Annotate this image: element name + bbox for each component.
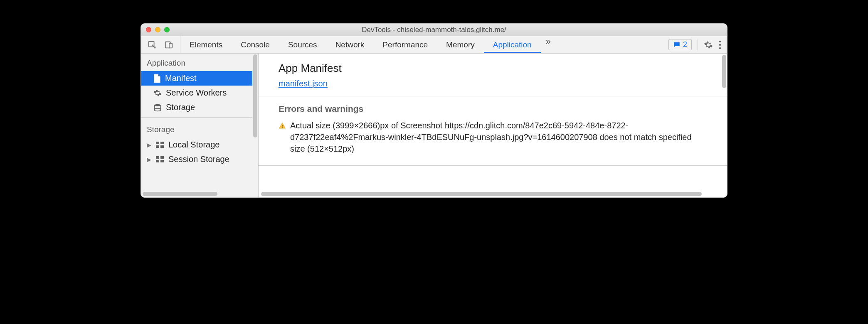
tab-application[interactable]: Application	[484, 36, 541, 53]
tab-network[interactable]: Network	[326, 36, 374, 53]
manifest-header: App Manifest manifest.json	[259, 54, 727, 96]
divider	[259, 165, 727, 166]
svg-rect-12	[160, 156, 164, 159]
manifest-panel: App Manifest manifest.json Errors and wa…	[259, 54, 727, 197]
sidebar-item-storage[interactable]: Storage	[141, 100, 258, 115]
sidebar-item-label: Storage	[166, 103, 195, 112]
sidebar-section-storage: Storage	[141, 120, 258, 137]
sidebar-item-local-storage[interactable]: ▶ Local Storage	[141, 137, 258, 152]
svg-rect-11	[156, 156, 159, 159]
tab-memory[interactable]: Memory	[437, 36, 484, 53]
svg-point-5	[719, 47, 721, 49]
application-sidebar: Application Manifest Service Workers Sto	[141, 54, 259, 197]
sidebar-scrollbar-thumb[interactable]	[253, 54, 257, 137]
devtools-window: DevTools - chiseled-mammoth-talos.glitch…	[141, 23, 727, 198]
issues-count: 2	[683, 40, 687, 49]
sidebar-divider	[141, 117, 258, 118]
tabbar-right-tools: 2	[668, 36, 727, 53]
page-title: App Manifest	[279, 62, 707, 75]
tab-performance[interactable]: Performance	[373, 36, 437, 53]
svg-rect-15	[282, 125, 283, 127]
window-title: DevTools - chiseled-mammoth-talos.glitch…	[141, 26, 727, 34]
database-icon	[153, 103, 162, 112]
errors-section: Errors and warnings Actual size (3999×26…	[259, 96, 727, 158]
svg-rect-13	[156, 160, 159, 162]
svg-rect-16	[282, 127, 283, 128]
errors-heading: Errors and warnings	[279, 104, 707, 114]
window-titlebar: DevTools - chiseled-mammoth-talos.glitch…	[141, 24, 727, 36]
device-toggle-icon[interactable]	[164, 40, 173, 49]
issues-icon	[673, 41, 681, 49]
sidebar-scrollbar-track	[252, 54, 258, 197]
divider	[698, 39, 698, 50]
more-menu-icon[interactable]	[719, 40, 721, 49]
sidebar-h-scrollbar-thumb[interactable]	[143, 192, 217, 196]
sidebar-item-manifest[interactable]: Manifest	[141, 71, 258, 86]
manifest-link[interactable]: manifest.json	[279, 79, 328, 88]
panel-tabs: Elements Console Sources Network Perform…	[180, 36, 541, 53]
tabbar-left-tools	[141, 36, 180, 53]
svg-rect-10	[160, 145, 164, 148]
grid-icon	[156, 156, 164, 163]
gear-icon	[153, 89, 162, 97]
sidebar-item-label: Manifest	[165, 74, 197, 83]
settings-gear-icon[interactable]	[704, 40, 713, 49]
expand-triangle-icon[interactable]: ▶	[147, 156, 152, 163]
issues-counter[interactable]: 2	[668, 39, 692, 50]
grid-icon	[156, 142, 164, 148]
sidebar-item-session-storage[interactable]: ▶ Session Storage	[141, 152, 258, 167]
warning-icon	[279, 121, 286, 155]
svg-rect-9	[156, 145, 159, 148]
svg-point-6	[155, 104, 161, 106]
warning-row: Actual size (3999×2666)px of Screenshot …	[279, 120, 707, 155]
expand-triangle-icon[interactable]: ▶	[147, 142, 152, 148]
sidebar-section-application: Application	[141, 54, 258, 71]
svg-point-4	[719, 44, 721, 45]
warning-text: Actual size (3999×2666)px of Screenshot …	[290, 120, 707, 155]
svg-rect-14	[160, 160, 164, 162]
file-icon	[153, 74, 161, 83]
sidebar-item-label: Local Storage	[168, 140, 219, 150]
tabs-overflow-button[interactable]: »	[541, 36, 556, 53]
svg-rect-2	[169, 43, 172, 48]
tab-sources[interactable]: Sources	[279, 36, 326, 53]
main-h-scrollbar-thumb[interactable]	[261, 192, 702, 196]
svg-rect-7	[156, 142, 159, 144]
devtools-tabbar: Elements Console Sources Network Perform…	[141, 36, 727, 54]
inspect-element-icon[interactable]	[148, 40, 157, 49]
svg-point-3	[719, 40, 721, 42]
main-v-scrollbar-thumb[interactable]	[722, 55, 726, 88]
tab-elements[interactable]: Elements	[180, 36, 232, 53]
sidebar-item-label: Session Storage	[168, 155, 229, 164]
sidebar-item-service-workers[interactable]: Service Workers	[141, 86, 258, 100]
panel-body: Application Manifest Service Workers Sto	[141, 54, 727, 197]
tab-console[interactable]: Console	[232, 36, 279, 53]
sidebar-item-label: Service Workers	[166, 88, 227, 98]
svg-rect-8	[160, 142, 164, 144]
